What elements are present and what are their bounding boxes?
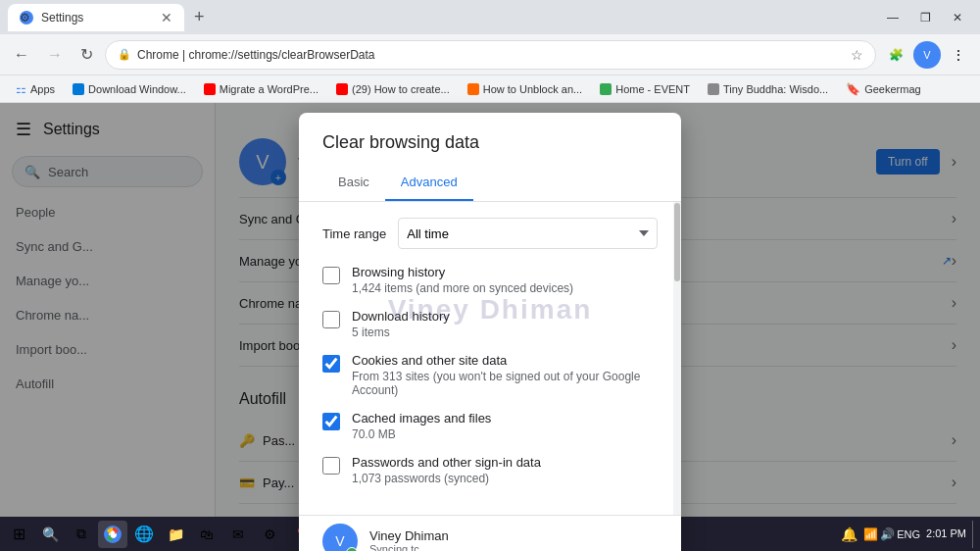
bookmark-download-label: Download Window... xyxy=(88,83,186,95)
toolbar-profile[interactable]: V xyxy=(913,41,941,69)
taskbar-network-icon[interactable]: 📶 xyxy=(863,527,878,541)
cached-images-checkbox[interactable] xyxy=(322,413,340,430)
taskbar-search-icon[interactable]: 🔍 xyxy=(35,521,65,548)
time-range-select[interactable]: All time Last hour Last 24 hours Last 7 … xyxy=(398,218,658,249)
scroll-track xyxy=(673,202,681,515)
sync-avatar-initial: V xyxy=(335,533,344,549)
bookmark-how-to[interactable]: (29) How to create... xyxy=(328,81,458,97)
start-button[interactable]: ⊞ xyxy=(4,521,33,548)
taskbar-notification-icon[interactable]: 🔔 xyxy=(841,526,858,542)
taskbar-chrome-icon[interactable] xyxy=(98,521,127,548)
passwords-signin-sublabel: 1,073 passwords (synced) xyxy=(352,472,658,485)
back-button[interactable]: ← xyxy=(8,42,35,68)
bookmark-geekermag[interactable]: 🔖 Geekermag xyxy=(838,80,928,98)
taskbar-mail-icon[interactable]: ✉ xyxy=(223,521,253,548)
toolbar-menu[interactable]: ⋮ xyxy=(945,41,972,69)
cookies-checkbox-wrapper xyxy=(322,355,340,373)
browser-tab[interactable]: ⚙ Settings ✕ xyxy=(8,4,184,31)
sync-status-text: Syncing tc... xyxy=(369,543,658,552)
cookies-checkbox[interactable] xyxy=(322,355,340,373)
passwords-signin-checkbox[interactable] xyxy=(322,457,340,475)
taskbar-time: 2:01 PM xyxy=(926,526,966,540)
cookies-content: Cookies and other site data From 313 sit… xyxy=(352,353,658,397)
download-history-content: Download history 5 items xyxy=(352,309,658,339)
address-bar: ← → ↻ 🔒 Chrome | chrome://settings/clear… xyxy=(0,34,980,75)
taskbar-settings-icon[interactable]: ⚙ xyxy=(255,521,284,548)
tab-favicon: ⚙ xyxy=(20,11,33,25)
passwords-content: Passwords and other sign-in data 1,073 p… xyxy=(352,455,658,485)
browsing-history-item: Browsing history 1,424 items (and more o… xyxy=(322,265,658,295)
main-area: ☰ Settings 🔍 Search People Sync and G...… xyxy=(0,103,980,517)
forward-button[interactable]: → xyxy=(41,42,69,68)
bookmark-home-event-label: Home - EVENT xyxy=(615,83,690,95)
url-box[interactable]: 🔒 Chrome | chrome://settings/clearBrowse… xyxy=(105,40,876,70)
dialog-body: Time range All time Last hour Last 24 ho… xyxy=(299,202,681,515)
close-button[interactable]: ✕ xyxy=(943,7,972,28)
tab-advanced[interactable]: Advanced xyxy=(385,165,473,201)
bookmark-unblock[interactable]: How to Unblock an... xyxy=(460,81,591,97)
download-windows-favicon xyxy=(73,83,84,95)
sync-user-row: V Viney Dhiman Syncing tc... xyxy=(299,515,681,551)
lock-icon: 🔒 xyxy=(118,48,131,61)
browsing-history-checkbox[interactable] xyxy=(322,267,340,284)
dialog-tabs: Basic Advanced xyxy=(299,165,681,202)
tab-title: Settings xyxy=(41,11,83,25)
bookmark-apps[interactable]: ⚏ Apps xyxy=(8,80,63,98)
cached-images-checkbox-wrapper xyxy=(322,413,340,430)
taskbar-lang-label: ENG xyxy=(897,528,920,540)
download-history-label: Download history xyxy=(352,309,658,324)
download-history-checkbox[interactable] xyxy=(322,311,340,328)
taskbar-sound-icon[interactable]: 🔊 xyxy=(880,527,895,541)
window-controls: — ❐ ✕ xyxy=(877,7,972,28)
dialog-title: Clear browsing data xyxy=(299,113,681,165)
taskbar-task-view-icon[interactable]: ⧉ xyxy=(67,521,96,548)
bookmark-migrate-label: Migrate a WordPre... xyxy=(220,83,318,95)
time-range-row: Time range All time Last hour Last 24 ho… xyxy=(322,218,658,249)
taskbar-explorer-icon[interactable]: 📁 xyxy=(161,521,190,548)
browsing-history-sublabel: 1,424 items (and more on synced devices) xyxy=(352,281,658,295)
cached-images-content: Cached images and files 70.0 MB xyxy=(352,411,658,441)
browsing-history-checkbox-wrapper xyxy=(322,267,340,284)
sync-online-badge xyxy=(346,547,358,551)
time-range-label: Time range xyxy=(322,226,386,241)
maximize-button[interactable]: ❐ xyxy=(910,7,941,28)
cached-images-item: Cached images and files 70.0 MB xyxy=(322,411,658,441)
bookmark-tiny-buddha[interactable]: Tiny Buddha: Wisdo... xyxy=(700,81,836,97)
download-history-item: Download history 5 items xyxy=(322,309,658,339)
browsing-history-label: Browsing history xyxy=(352,265,658,279)
taskbar-store-icon[interactable]: 🛍 xyxy=(192,521,221,548)
clear-browsing-data-dialog: Clear browsing data Basic Advanced Time … xyxy=(299,113,681,551)
bookmark-how-to-label: (29) How to create... xyxy=(352,83,450,95)
taskbar-right: 🔔 📶 🔊 ENG 2:01 PM xyxy=(841,521,976,548)
toolbar-extensions[interactable]: 🧩 xyxy=(882,41,909,69)
taskbar-sys-tray: 📶 🔊 ENG xyxy=(863,527,920,541)
star-icon[interactable]: ☆ xyxy=(851,47,863,63)
taskbar-edge-icon[interactable]: 🌐 xyxy=(129,521,159,548)
cached-images-label: Cached images and files xyxy=(352,411,658,426)
new-tab-button[interactable]: + xyxy=(188,7,211,27)
reload-button[interactable]: ↻ xyxy=(74,41,99,68)
home-event-favicon xyxy=(600,83,612,95)
bookmark-tiny-buddha-label: Tiny Buddha: Wisdo... xyxy=(723,83,828,95)
title-bar: ⚙ Settings ✕ + — ❐ ✕ xyxy=(0,0,980,34)
browsing-history-content: Browsing history 1,424 items (and more o… xyxy=(352,265,658,295)
toolbar-icons: 🧩 V ⋮ xyxy=(882,41,972,69)
bookmark-unblock-label: How to Unblock an... xyxy=(483,83,583,95)
bookmark-migrate[interactable]: Migrate a WordPre... xyxy=(196,81,326,97)
bookmark-home-event[interactable]: Home - EVENT xyxy=(592,81,698,97)
tab-basic[interactable]: Basic xyxy=(322,165,385,201)
sync-avatar: V xyxy=(322,524,358,551)
taskbar-clock[interactable]: 2:01 PM xyxy=(926,526,966,540)
cookies-label: Cookies and other site data xyxy=(352,353,658,368)
bookmark-geekermag-label: Geekermag xyxy=(864,83,920,95)
how-to-favicon xyxy=(336,83,348,95)
tiny-buddha-favicon xyxy=(708,83,719,95)
cached-images-sublabel: 70.0 MB xyxy=(352,427,658,441)
bookmark-download-window[interactable]: Download Window... xyxy=(65,81,194,97)
bookmark-icon: 🔖 xyxy=(846,82,860,96)
scroll-thumb[interactable] xyxy=(674,203,680,281)
cookies-item: Cookies and other site data From 313 sit… xyxy=(322,353,658,397)
tab-close-btn[interactable]: ✕ xyxy=(161,10,172,25)
minimize-button[interactable]: — xyxy=(877,7,908,28)
taskbar-show-desktop[interactable] xyxy=(972,521,976,548)
